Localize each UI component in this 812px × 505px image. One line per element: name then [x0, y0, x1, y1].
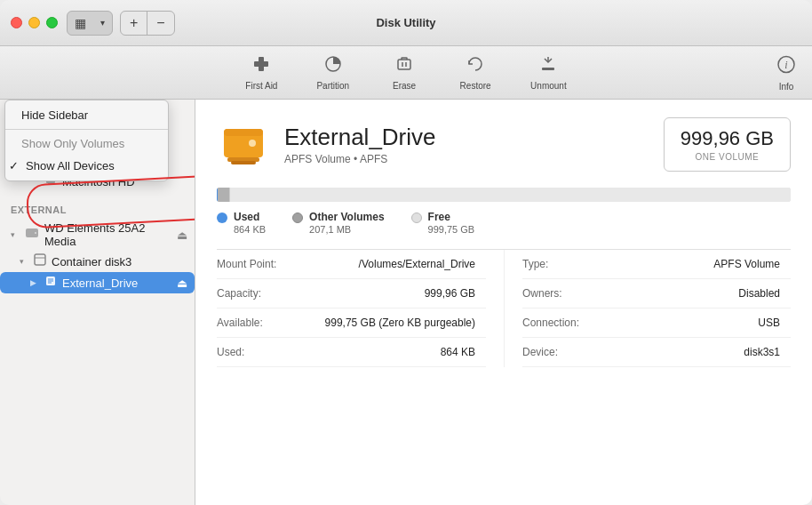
expand-arrow-external-drive: ▶ [30, 278, 39, 287]
detail-label-mount-point: Mount Point: [217, 258, 276, 270]
erase-icon [394, 54, 414, 78]
unmount-button[interactable]: Unmount [520, 51, 577, 94]
detail-label-connection: Connection: [522, 317, 579, 329]
dropdown-show-all-devices-label: Show All Devices [26, 159, 115, 172]
dropdown-show-only-volumes[interactable]: Show Only Volumes [5, 132, 168, 155]
svg-rect-25 [224, 129, 263, 136]
sidebar-item-external-drive[interactable]: ▶ External_Drive ⏏ [0, 272, 195, 293]
dropdown-separator-1 [5, 129, 168, 130]
volume-icon-external-drive [44, 275, 57, 291]
toolbar: First Aid Partition Erase [0, 46, 812, 100]
detail-value-mount-point: /Volumes/External_Drive [359, 258, 475, 270]
detail-col-left: Mount Point: /Volumes/External_Drive Cap… [217, 250, 504, 367]
add-remove-group: + − [120, 11, 175, 36]
unmount-label: Unmount [530, 81, 567, 91]
legend-dot-used [217, 212, 227, 223]
partition-button[interactable]: Partition [306, 51, 360, 94]
traffic-lights [11, 17, 58, 28]
legend-dot-free [411, 212, 422, 223]
add-volume-button[interactable]: + [121, 12, 147, 35]
volume-size-box: 999,96 GB ONE VOLUME [664, 117, 791, 172]
volume-header: External_Drive APFS Volume • APFS 999,96… [217, 117, 791, 172]
eject-button-external[interactable]: ⏏ [177, 277, 187, 290]
detail-row-used: Used: 864 KB [217, 338, 486, 367]
detail-label-type: Type: [522, 258, 548, 270]
storage-legend: Used 864 KB Other Volumes 207,1 MB Free [217, 211, 791, 235]
detail-value-used: 864 KB [441, 346, 475, 358]
legend-other: Other Volumes 207,1 MB [292, 211, 384, 235]
detail-row-available: Available: 999,75 GB (Zero KB purgeable) [217, 309, 486, 338]
dropdown-show-all-devices[interactable]: Show All Devices [5, 155, 168, 177]
sidebar-toggle-icon: ▦ [75, 16, 86, 30]
sidebar-item-container-disk3-label: Container disk3 [52, 255, 131, 269]
detail-value-available: 999,75 GB (Zero KB purgeable) [325, 317, 475, 329]
detail-row-device: Device: disk3s1 [522, 338, 791, 367]
container-icon-disk3 [34, 253, 46, 269]
volume-title-area: External_Drive APFS Volume • APFS [284, 124, 649, 165]
expand-arrow-container-disk3: ▾ [20, 257, 28, 266]
svg-point-17 [35, 232, 36, 234]
detail-row-connection: Connection: USB [522, 309, 791, 338]
window-title: Disk Utility [376, 16, 435, 29]
sidebar-item-wd-elements[interactable]: ▾ WD Elements 25A2 Media ⏏ [0, 219, 195, 251]
svg-rect-3 [398, 60, 410, 69]
restore-icon [466, 54, 485, 78]
sidebar-toggle-button[interactable]: ▦ [68, 12, 93, 35]
info-icon: i [776, 54, 796, 78]
restore-button[interactable]: Restore [449, 51, 502, 94]
volume-subtitle: APFS Volume • APFS [284, 153, 649, 165]
minimize-button[interactable] [28, 17, 40, 28]
titlebar: ▦ ▾ + − Disk Utility [0, 0, 812, 46]
detail-value-type: APFS Volume [713, 258, 780, 270]
legend-label-used: Used [234, 211, 266, 223]
eject-button-wd[interactable]: ⏏ [177, 228, 187, 242]
detail-value-connection: USB [758, 317, 780, 329]
dropdown-hide-sidebar-label: Hide Sidebar [21, 108, 88, 122]
detail-row-capacity: Capacity: 999,96 GB [217, 279, 486, 309]
svg-point-28 [249, 140, 256, 147]
expand-arrow-wd-elements: ▾ [11, 230, 20, 239]
legend-text-used: Used 864 KB [234, 211, 266, 235]
detail-col-right: Type: APFS Volume Owners: Disabled Conne… [504, 250, 791, 367]
maximize-button[interactable] [46, 17, 58, 28]
erase-button[interactable]: Erase [378, 51, 431, 94]
first-aid-button[interactable]: First Aid [235, 51, 288, 94]
svg-rect-18 [35, 254, 45, 265]
legend-text-free: Free 999,75 GB [428, 211, 475, 235]
info-button[interactable]: i Info [769, 51, 803, 94]
first-aid-label: First Aid [245, 81, 277, 91]
content-area: External_Drive APFS Volume • APFS 999,96… [195, 100, 812, 505]
detail-label-owners: Owners: [522, 287, 562, 300]
detail-label-device: Device: [522, 346, 558, 358]
volume-name: External_Drive [284, 124, 649, 151]
dropdown-hide-sidebar[interactable]: Hide Sidebar [5, 104, 168, 126]
detail-value-device: disk3s1 [744, 346, 780, 358]
sidebar-item-container-disk3[interactable]: ▾ Container disk3 [0, 251, 195, 272]
dropdown-menu: Hide Sidebar Show Only Volumes Show All … [4, 100, 169, 181]
main-area: Hide Sidebar Show Only Volumes Show All … [0, 100, 812, 505]
info-label: Info [779, 81, 794, 91]
storage-bar-container: Used 864 KB Other Volumes 207,1 MB Free [217, 188, 791, 235]
sidebar-item-wd-elements-label: WD Elements 25A2 Media [44, 221, 171, 248]
legend-used: Used 864 KB [217, 211, 266, 235]
detail-row-mount-point: Mount Point: /Volumes/External_Drive [217, 250, 486, 279]
volume-size-label: ONE VOLUME [681, 152, 774, 162]
sidebar-chevron-button[interactable]: ▾ [93, 12, 112, 35]
external-section-label: External [0, 192, 195, 219]
detail-label-available: Available: [217, 317, 263, 329]
storage-bar-free [229, 188, 791, 202]
remove-volume-button[interactable]: − [147, 12, 173, 35]
legend-value-used: 864 KB [234, 224, 266, 235]
legend-text-other: Other Volumes 207,1 MB [309, 211, 384, 235]
details-table: Mount Point: /Volumes/External_Drive Cap… [217, 249, 791, 367]
unmount-icon [538, 54, 558, 78]
sidebar-toggle-group: ▦ ▾ [67, 11, 113, 36]
partition-icon [323, 54, 343, 78]
svg-text:i: i [784, 59, 787, 71]
detail-value-owners: Disabled [738, 287, 780, 300]
close-button[interactable] [11, 17, 22, 28]
first-aid-icon [251, 54, 271, 78]
detail-label-used: Used: [217, 346, 244, 358]
volume-drive-icon [217, 118, 270, 172]
volume-size-number: 999,96 GB [681, 127, 774, 150]
